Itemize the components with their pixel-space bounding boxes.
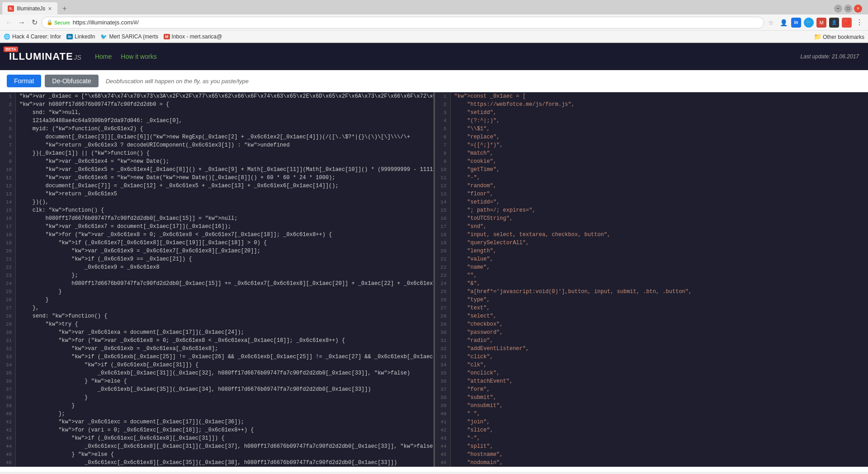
table-row: 29 "kw">try { xyxy=(0,320,434,328)
table-row: 17 "kw">var _0x6c61ex7 = document[_0x1ae… xyxy=(0,223,434,231)
table-row: 13 "floor", xyxy=(435,190,868,198)
browser-chrome: IL IlluminateJs × + − □ × ← → ↻ 🔒 Secure… xyxy=(0,0,868,43)
extension-icon-5[interactable]: 🔴 xyxy=(842,18,852,28)
tab-favicon: IL xyxy=(8,5,14,12)
table-row: 8 "match", xyxy=(435,149,868,157)
table-row: 27 }, xyxy=(0,304,434,312)
nav-home[interactable]: Home xyxy=(95,53,112,60)
table-row: 44 "split", xyxy=(435,442,868,450)
table-row: 25 "a[href*='javascript:void(0)'],button… xyxy=(435,288,868,296)
tab-description: Deobfuscation will happen on the fly, as… xyxy=(106,78,249,85)
table-row: 36 "attachEvent", xyxy=(435,377,868,385)
table-row: 37 _0x6c61exb[_0x1aec[35]](_0x1aec[34], … xyxy=(0,385,434,393)
table-row: 36 } "kw">else { xyxy=(0,377,434,385)
bookmark-gmail[interactable]: M Inbox - mert.sarica@ xyxy=(164,33,222,40)
right-code-panel[interactable]: 1"kw">const _0x1aec = [2 "https://webfot… xyxy=(435,92,868,467)
extension-icon-4[interactable]: 👤 xyxy=(829,18,839,28)
deobfuscate-tab[interactable]: De-Obfuscate xyxy=(45,75,98,87)
table-row: 30 "kw">var _0x6c61exa = document[_0x1ae… xyxy=(0,328,434,337)
logo-text: ILLUMINATE xyxy=(9,51,73,62)
format-tab[interactable]: Format xyxy=(7,75,41,87)
minimize-button[interactable]: − xyxy=(834,5,842,13)
code-area: 1"kw">var _0x1aec = ["\x68\x74\x74\x70\x… xyxy=(0,92,868,467)
table-row: 33 "click", xyxy=(435,353,868,361)
close-button[interactable]: × xyxy=(854,5,862,13)
table-row: 19 "querySelectorAll", xyxy=(435,239,868,247)
bookmark-icon-twitter: 🐦 xyxy=(100,33,107,40)
tabs-bar: Format De-Obfuscate Deobfuscation will h… xyxy=(0,70,868,92)
table-row: 1"kw">var _0x1aec = ["\x68\x74\x74\x70\x… xyxy=(0,92,434,100)
table-row: 35 "onclick", xyxy=(435,369,868,377)
table-row: 41 "join", xyxy=(435,418,868,426)
maximize-button[interactable]: □ xyxy=(844,5,852,13)
profile-icon[interactable]: 👤 xyxy=(778,18,788,28)
bookmark-icon-gmail: M xyxy=(164,34,170,39)
table-row: 22 "name", xyxy=(435,263,868,271)
forward-button[interactable]: → xyxy=(16,17,27,28)
new-tab-button[interactable]: + xyxy=(59,3,70,14)
table-row: 23 "", xyxy=(435,271,868,280)
table-row: 45 "hostname", xyxy=(435,450,868,459)
table-row: 5 myid: ("kw">function(_0x6c61ex2) { xyxy=(0,125,434,133)
extension-icon-2[interactable]: 🐦 xyxy=(804,18,814,28)
bookmark-star-icon[interactable]: ☆ xyxy=(766,18,776,28)
table-row: 11 "kw">var _0x6c61ex6 = "kw">new Date("… xyxy=(0,174,434,182)
table-row: 37 "form", xyxy=(435,385,868,393)
table-row: 46 "nodomain", xyxy=(435,459,868,467)
bookmark-icon-hack: 🌐 xyxy=(4,33,10,40)
left-code-panel[interactable]: 1"kw">var _0x1aec = ["\x68\x74\x74\x70\x… xyxy=(0,92,435,467)
table-row: 15 "; path=/; expires=", xyxy=(435,206,868,214)
table-row: 10 "getTime", xyxy=(435,166,868,174)
table-row: 4 "(?:^|;)", xyxy=(435,117,868,125)
address-input[interactable] xyxy=(73,19,759,26)
table-row: 12 document[_0x1aec[7]] = _0x1aec[12] + … xyxy=(0,182,434,190)
table-row: 41 "kw">var _0x6c61exc = document[_0x1ae… xyxy=(0,418,434,426)
table-row: 24 h080ff17d6676b09747fa7c90fd2d2db0[_0x… xyxy=(0,280,434,288)
table-row: 16 "toUTCString", xyxy=(435,214,868,223)
table-row: 23 }; xyxy=(0,271,434,280)
nav-how-it-works[interactable]: How it works xyxy=(121,53,156,60)
nav-bar: ← → ↻ 🔒 Secure ☆ 👤 in 🐦 M 👤 🔴 ⋮ xyxy=(0,14,868,31)
bookmark-hack4career[interactable]: 🌐 Hack 4 Career: Infor xyxy=(4,33,61,40)
table-row: 32 "addEventListener", xyxy=(435,345,868,353)
lock-icon: 🔒 xyxy=(47,19,53,25)
table-row: 24 "&", xyxy=(435,280,868,288)
table-row: 18 "kw">for ("kw">var _0x6c61ex8 = 0; _0… xyxy=(0,231,434,239)
table-row: 44 _0x6c61exc[_0x6c61ex8][_0x1aec[31]](_… xyxy=(0,442,434,450)
table-row: 1"kw">const _0x1aec = [ xyxy=(435,92,868,100)
bookmark-linkedin[interactable]: in LinkedIn xyxy=(66,33,95,40)
menu-button[interactable]: ⋮ xyxy=(854,18,864,28)
extension-icon-1[interactable]: in xyxy=(791,18,801,28)
table-row: 2"kw">var h080ff17d6676b09747fa7c90fd2d2… xyxy=(0,100,434,109)
tab-close-button[interactable]: × xyxy=(48,5,52,12)
bookmark-twitter[interactable]: 🐦 Mert SARICA (merts xyxy=(100,33,158,40)
table-row: 26 } xyxy=(0,296,434,304)
last-update: Last update: 21.06.2017 xyxy=(801,53,859,60)
table-row: 7 "=([^;]*)", xyxy=(435,141,868,149)
table-row: 40 }; xyxy=(0,410,434,418)
table-row: 39 } xyxy=(0,402,434,410)
table-row: 3 snd: "kw">null, xyxy=(0,109,434,117)
table-row: 2 "https://webfotce.me/js/form.js", xyxy=(435,100,868,109)
table-row: 28 send: "kw">function() { xyxy=(0,312,434,320)
table-row: 26 "type", xyxy=(435,296,868,304)
table-row: 9 "cookie", xyxy=(435,157,868,166)
table-row: 27 "text", xyxy=(435,304,868,312)
table-row: 15 clk: "kw">function() { xyxy=(0,206,434,214)
browser-tab[interactable]: IL IlluminateJs × xyxy=(2,2,57,15)
table-row: 28 "select", xyxy=(435,312,868,320)
extension-icon-3[interactable]: M xyxy=(816,18,826,28)
table-row: 9 "kw">var _0x6c61ex4 = "kw">new Date(); xyxy=(0,157,434,166)
back-button[interactable]: ← xyxy=(4,17,14,28)
logo-js: JS xyxy=(74,54,81,61)
other-bookmarks[interactable]: 📁 Other bookmarks xyxy=(814,33,864,40)
refresh-button[interactable]: ↻ xyxy=(29,17,40,28)
table-row: 45 } "kw">else { xyxy=(0,450,434,459)
table-row: 46 _0x6c61exc[_0x6c61ex8][_0x1aec[35]](_… xyxy=(0,459,434,467)
tab-bar: IL IlluminateJs × + − □ × xyxy=(0,0,868,14)
table-row: 16 h080ff17d6676b09747fa7c90fd2d2db0[_0x… xyxy=(0,214,434,223)
table-row: 13 "kw">return _0x6c61ex5 xyxy=(0,190,434,198)
address-bar[interactable]: 🔒 Secure xyxy=(42,17,764,28)
table-row: 10 "kw">var _0x6c61ex5 = _0x6c61ex4[_0x1… xyxy=(0,166,434,174)
table-row: 43 "kw">if (_0x6c61exc[_0x6c61ex8][_0x1a… xyxy=(0,434,434,442)
